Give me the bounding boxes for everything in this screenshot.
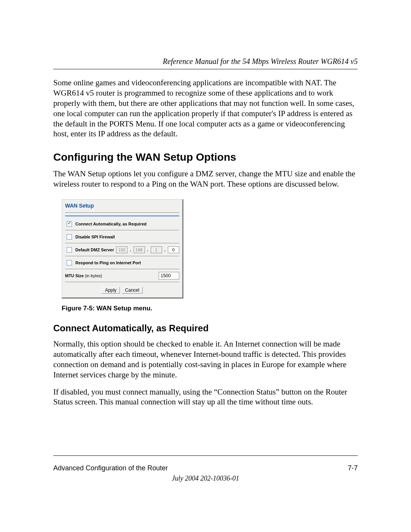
dmz-ip-octet-4[interactable] — [168, 246, 179, 253]
footer-rule — [53, 455, 358, 456]
dmz-ip-octet-2[interactable] — [134, 246, 145, 253]
panel-title: WAN Setup — [65, 202, 179, 210]
apply-button[interactable]: Apply — [102, 287, 120, 294]
section-heading: Configuring the WAN Setup Options — [53, 151, 358, 163]
header-rule — [53, 69, 358, 69]
panel-divider — [65, 256, 179, 257]
respond-ping-label: Respond to Ping on Internet Port — [75, 260, 141, 265]
disable-spi-checkbox[interactable] — [67, 234, 72, 240]
dmz-label: Default DMZ Server — [75, 248, 114, 252]
dmz-ip-octet-3[interactable] — [151, 246, 162, 253]
panel-divider — [65, 243, 179, 244]
subsection-heading: Connect Automatically, as Required — [53, 323, 358, 334]
intro-paragraph: Some online games and videoconferencing … — [53, 78, 358, 139]
subsection-paragraph-1: Normally, this option should be checked … — [53, 339, 358, 380]
panel-divider — [65, 230, 179, 231]
wan-setup-panel: WAN Setup Connect Automatically, as Requ… — [62, 199, 183, 299]
respond-ping-checkbox[interactable] — [67, 260, 72, 265]
panel-divider — [65, 282, 179, 283]
mtu-label: MTU Size (in bytes) — [65, 273, 102, 278]
connect-auto-checkbox[interactable] — [67, 221, 72, 227]
panel-divider — [65, 212, 179, 213]
footer-date: July 2004 202-10036-01 — [53, 474, 358, 482]
ip-dot: . — [147, 248, 148, 252]
panel-divider — [65, 269, 179, 270]
ip-dot: . — [164, 248, 166, 252]
figure-caption: Figure 7-5: WAN Setup menu. — [62, 305, 358, 312]
footer-page-number: 7-7 — [348, 464, 358, 472]
dmz-ip-octet-1[interactable] — [116, 246, 127, 253]
footer-section-name: Advanced Configuration of the Router — [53, 464, 168, 472]
running-header: Reference Manual for the 54 Mbps Wireles… — [53, 57, 358, 66]
section-body: The WAN Setup options let you configure … — [53, 169, 358, 189]
subsection-paragraph-2: If disabled, you must connect manually, … — [53, 387, 358, 407]
mtu-input[interactable] — [159, 272, 179, 280]
connect-auto-label: Connect Automatically, as Required — [75, 222, 147, 226]
cancel-button[interactable]: Cancel — [122, 287, 143, 294]
panel-divider-blue — [65, 216, 179, 216]
ip-dot: . — [130, 248, 131, 252]
dmz-checkbox[interactable] — [67, 247, 72, 252]
disable-spi-label: Disable SPI Firewall — [75, 235, 115, 239]
